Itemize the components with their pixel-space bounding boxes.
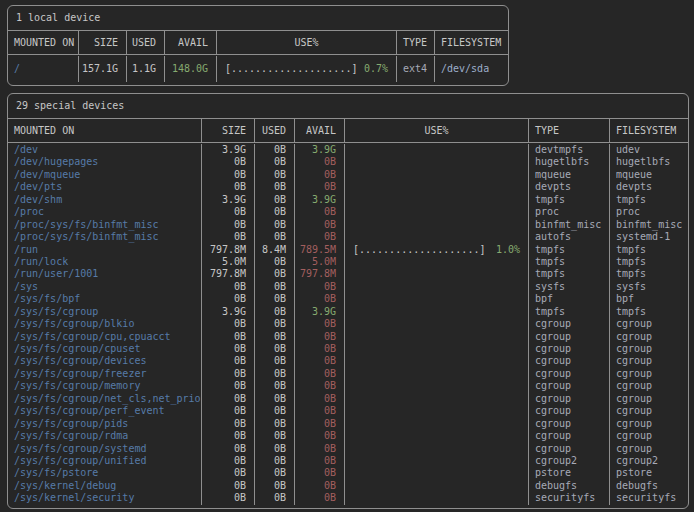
cell-avail: 0B [294,405,344,417]
cell-mounted-on: /sys/fs/cgroup/cpuset [8,343,201,355]
cell-type: devpts [528,181,609,193]
cell-used: 0B [254,343,294,355]
cell-avail: 0B [294,492,344,504]
cell-filesystem: tmpfs [609,244,688,256]
column-header-mounted-on: MOUNTED ON [8,31,78,54]
cell-used: 0B [254,467,294,479]
cell-avail: 0B [294,318,344,330]
cell-avail: 0B [294,443,344,455]
cell-avail: 0B [294,418,344,430]
table-row: /sys/fs/cgroup/systemd 0B 0B 0B cgroup c… [8,443,688,455]
cell-mounted-on: /sys/kernel/debug [8,480,201,492]
cell-avail: 3.9G [294,306,344,318]
table-row: /sys/kernel/security 0B 0B 0B securityfs… [8,492,688,504]
cell-filesystem: tmpfs [609,268,688,280]
cell-used: 0B [254,355,294,367]
cell-filesystem: /dev/sda [434,56,508,82]
cell-filesystem: cgroup2 [609,455,688,467]
cell-used: 0B [254,430,294,442]
table-row: /proc/sys/fs/binfmt_misc 0B 0B 0B binfmt… [8,219,688,231]
cell-size: 0B [201,206,254,218]
cell-avail: 0B [294,343,344,355]
cell-use-percent [344,467,528,479]
cell-used: 1.1G [126,56,164,82]
cell-mounted-on: /sys/fs/cgroup [8,306,201,318]
cell-avail: 0B [294,331,344,343]
column-header-size: SIZE [78,31,126,54]
cell-type: tmpfs [528,306,609,318]
cell-filesystem: devpts [609,181,688,193]
usage-percent-value: 1.0% [496,244,520,256]
cell-used: 0B [254,194,294,206]
cell-mounted-on: /proc/sys/fs/binfmt_misc [8,231,201,243]
cell-use-percent [344,418,528,430]
cell-size: 0B [201,443,254,455]
table-row: /sys/fs/bpf 0B 0B 0B bpf bpf [8,293,688,305]
table-row: /dev/mqueue 0B 0B 0B mqueue mqueue [8,169,688,181]
cell-used: 0B [254,256,294,268]
cell-type: tmpfs [528,244,609,256]
cell-used: 0B [254,455,294,467]
table-row: /sys/kernel/debug 0B 0B 0B debugfs debug… [8,480,688,492]
cell-use-percent [344,492,528,504]
table-row: /sys/fs/cgroup 3.9G 0B 3.9G tmpfs tmpfs [8,306,688,318]
cell-used: 0B [254,393,294,405]
cell-avail: 0B [294,455,344,467]
column-header-used: USED [254,119,294,142]
cell-mounted-on: / [8,56,78,82]
cell-used: 0B [254,144,294,156]
cell-filesystem: cgroup [609,393,688,405]
special-devices-table: 29 special devices MOUNTED ON SIZE USED … [7,93,689,509]
cell-mounted-on: /sys/fs/bpf [8,293,201,305]
cell-type: autofs [528,231,609,243]
cell-type: cgroup [528,418,609,430]
cell-size: 0B [201,430,254,442]
cell-mounted-on: /sys/fs/cgroup/pids [8,418,201,430]
cell-size: 0B [201,480,254,492]
cell-mounted-on: /run [8,244,201,256]
cell-type: tmpfs [528,268,609,280]
cell-avail: 0B [294,393,344,405]
table-row: /sys 0B 0B 0B sysfs sysfs [8,281,688,293]
cell-type: devtmpfs [528,144,609,156]
cell-mounted-on: /sys/fs/pstore [8,467,201,479]
cell-type: cgroup [528,430,609,442]
cell-type: ext4 [396,56,434,82]
table-row: /dev/shm 3.9G 0B 3.9G tmpfs tmpfs [8,194,688,206]
cell-size: 3.9G [201,144,254,156]
cell-used: 0B [254,268,294,280]
cell-use-percent [344,480,528,492]
cell-type: proc [528,206,609,218]
cell-used: 0B [254,281,294,293]
cell-use-percent [344,380,528,392]
cell-type: pstore [528,467,609,479]
cell-size: 0B [201,467,254,479]
table-row: /sys/fs/cgroup/unified 0B 0B 0B cgroup2 … [8,455,688,467]
cell-size: 0B [201,281,254,293]
cell-use-percent [344,455,528,467]
special-table-rows: /dev 3.9G 0B 3.9G devtmpfs udev /dev/hug… [8,143,688,508]
cell-size: 5.0M [201,256,254,268]
table-row: /proc/sys/fs/binfmt_misc 0B 0B 0B autofs… [8,231,688,243]
cell-size: 3.9G [201,194,254,206]
cell-avail: 0B [294,206,344,218]
cell-filesystem: bpf [609,293,688,305]
cell-size: 0B [201,343,254,355]
cell-used: 0B [254,169,294,181]
cell-filesystem: systemd-1 [609,231,688,243]
cell-used: 0B [254,156,294,168]
cell-filesystem: cgroup [609,443,688,455]
column-header-type: TYPE [396,31,434,54]
table-row: /run/user/1001 797.8M 0B 797.8M tmpfs tm… [8,268,688,280]
cell-use-percent [344,430,528,442]
cell-filesystem: cgroup [609,318,688,330]
cell-size: 0B [201,355,254,367]
column-header-avail: AVAIL [164,31,216,54]
cell-filesystem: binfmt_misc [609,219,688,231]
table-row: /dev/pts 0B 0B 0B devpts devpts [8,181,688,193]
cell-filesystem: cgroup [609,343,688,355]
special-table-header: MOUNTED ON SIZE USED AVAIL USE% TYPE FIL… [8,119,688,143]
cell-avail: 797.8M [294,268,344,280]
cell-size: 0B [201,405,254,417]
cell-use-percent [344,206,528,218]
